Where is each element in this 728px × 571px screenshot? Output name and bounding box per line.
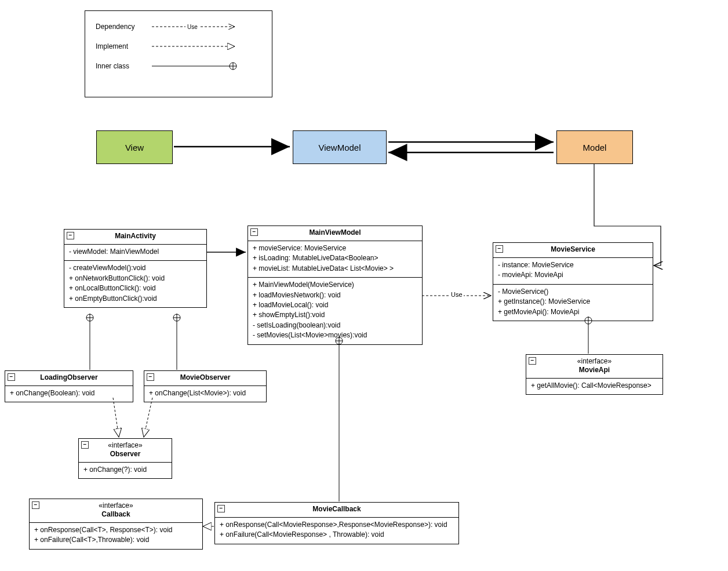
mvvm-vm-label: ViewModel [318, 143, 361, 152]
interface-observer: − «interface» Observer + onChange(?): vo… [78, 438, 172, 479]
ops-text: - createViewModel():void + onNetworkButt… [69, 263, 202, 304]
legend-label-innerclass: Inner class [96, 62, 151, 70]
attrs-text: - instance: MovieService - movieApi: Mov… [498, 260, 648, 281]
class-mainviewmodel: − MainViewModel + movieService: MovieSer… [247, 226, 423, 345]
ops-text: + onChange(List<Movie>): void [149, 388, 261, 398]
stereotype: «interface» [577, 357, 611, 365]
class-moviecallback: − MovieCallback + onResponse(Call<MovieR… [214, 502, 459, 544]
class-title: − «interface» Observer [79, 439, 172, 463]
legend-row-innerclass: Inner class [96, 56, 261, 76]
ops: + onResponse(Call<MovieResponse>,Respons… [215, 518, 458, 544]
class-movieservice: − MovieService - instance: MovieService … [493, 242, 653, 321]
title-text: MovieCallback [312, 505, 361, 513]
attrs: + movieService: MovieService + isLoading… [248, 241, 422, 278]
class-movieobserver: − MovieObserver + onChange(List<Movie>):… [144, 370, 267, 402]
ops-text: + MainViewModel(MovieService) + loadMovi… [253, 280, 417, 340]
class-title: − MovieCallback [215, 503, 458, 518]
title-text: MovieApi [579, 366, 610, 374]
legend-line-implement [151, 37, 238, 56]
ops: + onChange(?): void [79, 463, 172, 478]
mvvm-view-label: View [125, 143, 144, 152]
ops-text: - MovieService() + getInstance(): MovieS… [498, 287, 648, 317]
legend-line-dependency: Use [151, 17, 238, 37]
ops-text: + onChange(Boolean): void [10, 388, 128, 398]
legend-box: Dependency Use Implement [85, 10, 272, 97]
collapse-icon[interactable]: − [147, 373, 154, 381]
mvvm-model-label: Model [583, 143, 607, 152]
ops-text: + onResponse(Call<MovieResponse>,Respons… [220, 520, 454, 540]
title-text: MovieObserver [180, 373, 231, 381]
ops: + MainViewModel(MovieService) + loadMovi… [248, 278, 422, 344]
class-title: − «interface» Callback [30, 499, 202, 523]
title-text: MainViewModel [309, 228, 361, 237]
class-title: − MainActivity [64, 230, 206, 245]
title-text: MainActivity [115, 232, 156, 240]
title-text: Callback [101, 510, 130, 518]
class-title: − MovieObserver [144, 371, 266, 386]
class-title: − LoadingObserver [5, 371, 133, 386]
svg-point-13 [86, 314, 93, 321]
legend-use-text: Use [187, 24, 198, 30]
mvvm-viewmodel: ViewModel [293, 130, 387, 164]
ops: + onResponse(Call<T>, Response<T>): void… [30, 523, 202, 549]
interface-movieapi: − «interface» MovieApi + getAllMovie(): … [526, 354, 663, 395]
collapse-icon[interactable]: − [8, 373, 15, 381]
collapse-icon[interactable]: − [81, 441, 89, 449]
class-loadingobserver: − LoadingObserver + onChange(Boolean): v… [5, 370, 133, 402]
ops-text: + onChange(?): void [83, 465, 167, 475]
class-title: − «interface» MovieApi [526, 355, 663, 379]
ops-text: + getAllMovie(): Call<MovieResponse> [531, 381, 658, 391]
legend-line-innerclass [151, 56, 238, 76]
title-text: MovieService [551, 245, 595, 253]
ops: - createViewModel():void + onNetworkButt… [64, 261, 206, 307]
title-text: Observer [110, 450, 141, 458]
svg-point-17 [173, 314, 180, 321]
collapse-icon[interactable]: − [67, 232, 74, 239]
collapse-icon[interactable]: − [529, 357, 536, 365]
class-title: − MovieService [493, 243, 653, 258]
legend-row-dependency: Dependency Use [96, 17, 261, 37]
svg-line-21 [144, 398, 152, 437]
legend-row-implement: Implement [96, 37, 261, 56]
collapse-icon[interactable]: − [250, 228, 258, 236]
collapse-icon[interactable]: − [217, 505, 225, 512]
interface-callback: − «interface» Callback + onResponse(Call… [29, 499, 203, 550]
attrs: - instance: MovieService - movieApi: Mov… [493, 258, 653, 285]
attrs: - viewModel: MainViewModel [64, 245, 206, 261]
ops: + onChange(List<Movie>): void [144, 386, 266, 402]
class-title: − MainViewModel [248, 226, 422, 241]
svg-line-20 [113, 398, 119, 437]
attrs-text: - viewModel: MainViewModel [69, 247, 202, 257]
class-mainactivity: − MainActivity - viewModel: MainViewMode… [64, 229, 207, 308]
mvvm-view: View [96, 130, 173, 164]
attrs-text: + movieService: MovieService + isLoading… [253, 243, 417, 274]
collapse-icon[interactable]: − [496, 245, 503, 253]
stereotype: «interface» [108, 441, 142, 449]
legend-label-implement: Implement [96, 42, 151, 50]
stereotype: «interface» [99, 501, 133, 510]
ops: - MovieService() + getInstance(): MovieS… [493, 285, 653, 321]
ops: + onChange(Boolean): void [5, 386, 133, 402]
mvvm-model: Model [556, 130, 633, 164]
title-text: LoadingObserver [40, 373, 97, 381]
ops-text: + onResponse(Call<T>, Response<T>): void… [34, 525, 198, 545]
ops: + getAllMovie(): Call<MovieResponse> [526, 379, 663, 394]
legend-label-dependency: Dependency [96, 23, 151, 31]
use-label: Use [450, 291, 464, 298]
collapse-icon[interactable]: − [32, 501, 39, 509]
